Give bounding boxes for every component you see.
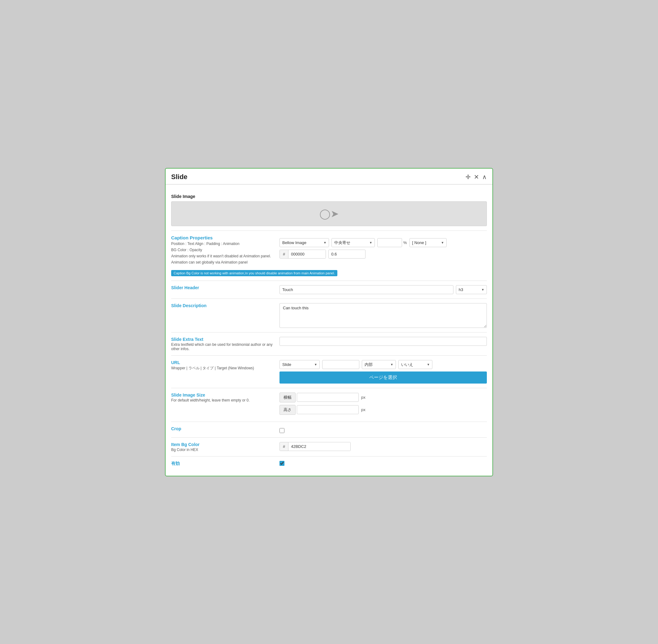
position-select[interactable]: Bellow Image Above Image Over Image (280, 238, 329, 247)
height-group: 高さ px (280, 405, 487, 415)
upload-cursor-icon: ◯➤ (320, 208, 339, 220)
enabled-section: 有効 (171, 457, 487, 471)
enabled-checkbox[interactable] (280, 461, 284, 466)
header-tag-wrapper: h1 h2 h3 h4 h5 h6 (456, 285, 487, 294)
caption-desc-1: Position : Text Align : Padding : Animat… (171, 241, 277, 247)
url-sublabel: Wrapper | ラベル | タイプ | Target (New Window… (171, 366, 277, 371)
url-left: URL Wrapper | ラベル | タイプ | Target (New Wi… (171, 360, 277, 371)
slide-desc-left: Slide Description (171, 303, 277, 308)
header-icons: ✛ ✕ ∧ (465, 173, 487, 181)
slider-header-input[interactable] (280, 285, 454, 294)
height-unit: px (361, 407, 366, 412)
slider-header-label: Slider Header (171, 285, 277, 290)
percent-unit: % (403, 240, 407, 245)
caption-title: Caption Properties (171, 235, 277, 240)
crop-section: Crop (171, 422, 487, 438)
item-bg-sublabel: Bg Color in HEX (171, 447, 277, 452)
crop-label: Crop (171, 426, 277, 431)
slide-extra-left: Slide Extra Text Extra textfield which c… (171, 337, 277, 351)
height-input[interactable] (297, 405, 359, 414)
position-select-wrapper: Bellow Image Above Image Over Image (280, 238, 329, 247)
none-select[interactable]: [ None ] Fade Slide (410, 238, 446, 247)
height-label: 高さ (280, 405, 295, 415)
url-newwindow-select[interactable]: いいえ はい (398, 360, 432, 369)
slide-size-left: Slide Image Size For default width/heigh… (171, 393, 277, 402)
enabled-left: 有効 (171, 461, 277, 466)
slide-description-section: Slide Description Can touch this (171, 299, 487, 332)
header-tag-select[interactable]: h1 h2 h3 h4 h5 h6 (456, 285, 487, 294)
caption-warning-container: Caption Bg Color is not working with ani… (171, 268, 487, 276)
url-target-select[interactable]: 内部 外部 (362, 360, 396, 369)
caption-warning: Caption Bg Color is not working with ani… (171, 270, 337, 276)
crop-left: Crop (171, 426, 277, 431)
item-bg-left: Item Bg Color Bg Color in HEX (171, 442, 277, 452)
url-target-wrapper: 内部 外部 (362, 360, 396, 369)
opacity-input[interactable] (328, 250, 366, 259)
move-icon[interactable]: ✛ (465, 173, 471, 181)
url-custom-input[interactable] (322, 360, 359, 369)
item-bg-input-group: # (280, 442, 351, 451)
caption-properties-section: Caption Properties Position : Text Align… (171, 231, 487, 281)
item-bg-right: # (280, 442, 487, 451)
caption-right-col: Bellow Image Above Image Over Image 中央寄せ… (280, 235, 487, 259)
url-type-select[interactable]: Slide Custom (280, 360, 320, 369)
item-bg-label: Item Bg Color (171, 442, 277, 447)
item-bg-hash: # (280, 442, 288, 451)
percent-input[interactable] (377, 238, 402, 247)
item-bg-color-input[interactable] (288, 442, 350, 451)
slide-image-area[interactable]: ◯➤ (171, 201, 487, 226)
crop-row: Crop (171, 426, 487, 433)
slide-desc-row: Slide Description Can touch this (171, 303, 487, 328)
slide-size-label: Slide Image Size (171, 393, 277, 397)
slide-panel: Slide ✛ ✕ ∧ Slide Image ◯➤ Caption Prope… (165, 168, 493, 476)
url-type-wrapper: Slide Custom (280, 360, 320, 369)
width-label: 横幅 (280, 393, 295, 402)
slider-header-left: Slider Header (171, 285, 277, 290)
width-input[interactable] (297, 393, 359, 402)
hash-prefix: # (280, 250, 288, 258)
width-group: 横幅 px (280, 393, 487, 402)
slide-desc-right: Can touch this (280, 303, 487, 328)
width-unit: px (361, 395, 366, 400)
slider-header-row: Slider Header h1 h2 h3 h4 h5 h6 (171, 285, 487, 294)
caption-left-col: Caption Properties Position : Text Align… (171, 235, 277, 265)
crop-checkbox[interactable] (280, 428, 284, 433)
slide-image-label: Slide Image (171, 194, 487, 199)
slide-size-row: Slide Image Size For default width/heigh… (171, 393, 487, 417)
slider-header-right: h1 h2 h3 h4 h5 h6 (280, 285, 487, 294)
caption-desc-2: BG Color : Opacity (171, 247, 277, 253)
slide-image-section: Slide Image ◯➤ (171, 190, 487, 231)
enabled-row: 有効 (171, 461, 487, 466)
slide-size-right: 横幅 px 高さ px (280, 393, 487, 417)
item-bg-color-section: Item Bg Color Bg Color in HEX # (171, 438, 487, 457)
slide-desc-textarea[interactable]: Can touch this (280, 303, 487, 328)
slide-extra-row: Slide Extra Text Extra textfield which c… (171, 337, 487, 351)
crop-checkbox-row (280, 428, 284, 433)
color-input-group: # (280, 250, 326, 259)
slide-extra-label: Slide Extra Text (171, 337, 277, 342)
none-select-wrapper: [ None ] Fade Slide (410, 238, 446, 247)
panel-title: Slide (171, 173, 188, 181)
enabled-right (280, 461, 487, 466)
close-icon[interactable]: ✕ (474, 173, 479, 181)
slide-size-sublabel: For default width/height, leave them emp… (171, 398, 277, 402)
slide-extra-right (280, 337, 487, 346)
url-row-main: URL Wrapper | ラベル | タイプ | Target (New Wi… (171, 360, 487, 384)
slide-extra-input[interactable] (280, 337, 487, 346)
collapse-icon[interactable]: ∧ (482, 173, 487, 181)
align-select[interactable]: 中央寄せ 左寄せ 右寄せ (331, 238, 375, 247)
item-bg-row: Item Bg Color Bg Color in HEX # (171, 442, 487, 452)
align-select-wrapper: 中央寄せ 左寄せ 右寄せ (331, 238, 375, 247)
url-label: URL (171, 360, 277, 365)
caption-controls-row1: Bellow Image Above Image Over Image 中央寄せ… (280, 238, 487, 247)
slide-extra-text-section: Slide Extra Text Extra textfield which c… (171, 332, 487, 356)
url-newwindow-wrapper: いいえ はい (398, 360, 432, 369)
url-controls-row: Slide Custom 内部 外部 (280, 360, 487, 369)
slide-image-size-section: Slide Image Size For default width/heigh… (171, 388, 487, 422)
enabled-label: 有効 (171, 461, 277, 466)
slide-desc-label: Slide Description (171, 303, 277, 308)
color-input[interactable] (288, 250, 326, 258)
slide-extra-sublabel: Extra textfield which can be used for te… (171, 342, 277, 351)
select-page-button[interactable]: ページを選択 (280, 371, 487, 384)
percent-group: % (377, 238, 407, 247)
